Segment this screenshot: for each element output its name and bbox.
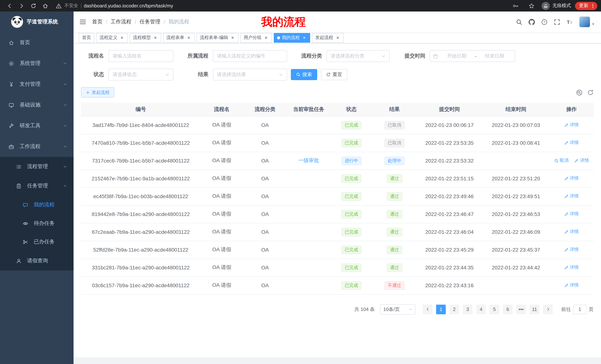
tab-process-form-edit[interactable]: 流程表单-编辑 — [197, 33, 239, 42]
sidebar-item-process-management[interactable]: 流程管理 — [0, 157, 74, 176]
detail-action-link[interactable]: 详情 — [564, 247, 579, 253]
tab-close-icon[interactable] — [302, 35, 307, 40]
search-icon[interactable] — [516, 19, 522, 25]
page-number-button[interactable]: ••• — [516, 305, 526, 314]
search-button[interactable]: 搜索 — [291, 69, 317, 80]
url-text[interactable]: dashboard.yudao.iocoder.cn/bpm/task/my — [84, 3, 173, 9]
tab-close-icon[interactable] — [186, 35, 191, 40]
process-name-input[interactable]: 请输入流程名 — [109, 50, 173, 62]
breadcrumb-item[interactable]: 工作流程 — [111, 19, 131, 25]
tab-close-icon[interactable] — [335, 35, 340, 40]
filter-form: 流程名 请输入流程名 所属流程 请输入流程定义的编号 流 — [81, 43, 594, 80]
tab-process-definition[interactable]: 流程定义 — [96, 33, 128, 42]
detail-action-link[interactable]: 详情 — [574, 157, 589, 164]
next-page-button[interactable] — [543, 305, 553, 314]
tab-initiate-process[interactable]: 发起流程 — [312, 33, 344, 42]
create-process-button[interactable]: 发起流程 — [81, 87, 114, 98]
breadcrumb-item[interactable]: 首页 — [92, 19, 102, 25]
process-category-select[interactable]: 请选择流程分类 — [327, 50, 390, 62]
detail-action-link[interactable]: 详情 — [564, 229, 579, 235]
tab-close-icon[interactable] — [263, 35, 269, 40]
browser-back-icon[interactable] — [7, 3, 13, 9]
sidebar-item-workflow[interactable]: 工作流程 — [0, 136, 74, 157]
page-number-button[interactable]: 11 — [530, 305, 539, 314]
detail-action-link[interactable]: 详情 — [564, 140, 579, 146]
sidebar-item-my-process[interactable]: 我的流程 — [0, 196, 74, 214]
user-menu[interactable] — [579, 16, 595, 28]
sidebar-item-task-management[interactable]: 任务管理 — [0, 176, 74, 196]
sidebar-item-payment[interactable]: 支付管理 — [0, 74, 74, 95]
submit-time-range-picker[interactable]: 开始日期 - 结束日期 — [430, 50, 515, 62]
tab-user-group[interactable]: 用户分组 — [240, 33, 272, 42]
tab-close-icon[interactable] — [119, 35, 124, 40]
font-size-icon[interactable]: TT — [566, 19, 573, 25]
browser-home-icon[interactable] — [42, 3, 48, 9]
end-date-placeholder[interactable]: 结束日期 — [477, 53, 512, 59]
breadcrumb-item[interactable]: 任务管理 — [140, 19, 160, 25]
cancel-action-link[interactable]: 取消 — [554, 157, 569, 164]
bookmark-star-icon[interactable] — [529, 3, 534, 9]
result-select[interactable]: 请选择流结果 — [213, 69, 287, 80]
refresh-icon[interactable] — [587, 89, 594, 96]
workflow-submenu: 流程管理 任务管理 我的流程 待办任务 — [0, 157, 74, 270]
browser-menu-icon[interactable] — [590, 3, 595, 8]
sidebar-item-leave-query[interactable]: 请假查询 — [0, 251, 74, 270]
password-key-icon[interactable] — [513, 3, 519, 9]
start-date-placeholder[interactable]: 开始日期 — [440, 53, 474, 59]
sidebar-item-home[interactable]: 首页 — [0, 32, 74, 53]
scissors-icon — [21, 239, 29, 245]
tab-process-model[interactable]: 流程模型 — [130, 33, 161, 42]
update-button[interactable]: 更新 — [575, 2, 597, 10]
search-toggle-icon[interactable] — [576, 89, 582, 96]
detail-action-link[interactable]: 详情 — [564, 282, 579, 288]
detail-action-link[interactable]: 详情 — [564, 264, 579, 271]
detail-action-link[interactable]: 详情 — [564, 211, 579, 217]
status-select[interactable]: 请选择状态 — [109, 69, 173, 80]
detail-action-link[interactable]: 详情 — [564, 175, 579, 182]
page-number-button[interactable]: 2 — [450, 305, 459, 314]
svg-text:?: ? — [543, 20, 545, 24]
incognito-badge[interactable]: 无痕模式 — [541, 2, 571, 10]
page-number-button[interactable]: 4 — [476, 305, 486, 314]
sidebar-item-devtools[interactable]: 研发工具 — [0, 115, 74, 136]
github-icon[interactable] — [529, 19, 535, 25]
hamburger-icon[interactable] — [80, 19, 86, 25]
owning-process-input[interactable]: 请输入流程定义的编号 — [213, 50, 287, 62]
tab-home[interactable]: 首页 — [79, 33, 94, 42]
page-unit-label: 页 — [589, 306, 594, 313]
row-id: 03c6c157-7b9a-11ec-a290-acde48001122 — [81, 277, 200, 294]
tab-my-process[interactable]: 我的流程 — [274, 33, 310, 42]
row-end-time: 2022-01-22 23:46:09 — [482, 223, 549, 241]
address-bar[interactable]: 不安全 dashboard.yudao.iocoder.cn/bpm/task/… — [56, 3, 510, 9]
help-icon[interactable]: ? — [541, 19, 548, 25]
row-result: 处理中 — [372, 152, 416, 170]
browser-reload-icon[interactable] — [30, 3, 36, 9]
sidebar-item-done-tasks[interactable]: 已办任务 — [0, 233, 74, 251]
fullscreen-icon[interactable] — [554, 19, 560, 25]
page-number-button[interactable]: 3 — [463, 305, 472, 314]
tab-close-icon[interactable] — [153, 35, 158, 40]
page-number-button[interactable]: 6 — [503, 305, 513, 314]
sidebar-item-label: 流程管理 — [27, 163, 48, 170]
detail-action-link[interactable]: 详情 — [564, 122, 579, 128]
goto-page-input[interactable] — [573, 305, 587, 314]
cancel-icon — [554, 158, 559, 163]
col-header-end-time: 结束时间 — [482, 103, 549, 116]
reset-button[interactable]: 重置 — [321, 69, 347, 80]
tab-process-form[interactable]: 流程表单 — [163, 33, 195, 42]
detail-action-link[interactable]: 详情 — [564, 193, 579, 200]
app-logo-row[interactable]: 芋道管理系统 — [0, 11, 74, 32]
browser-forward-icon[interactable] — [19, 3, 25, 9]
sidebar-item-todo-tasks[interactable]: 待办任务 — [0, 214, 74, 233]
current-task-link[interactable]: 一级审批 — [298, 157, 319, 163]
page-number-button[interactable]: 1 — [436, 305, 446, 314]
page-size-select[interactable]: 10条/页 — [380, 304, 416, 315]
security-warning-label[interactable]: 不安全 — [64, 3, 78, 9]
prev-page-button[interactable] — [423, 305, 432, 314]
sidebar-item-infrastructure[interactable]: 基础设施 — [0, 95, 74, 115]
tab-close-icon[interactable] — [230, 35, 235, 40]
page-number-button[interactable]: 5 — [490, 305, 499, 314]
chevron-down-icon — [63, 62, 67, 65]
sidebar-item-system[interactable]: 系统管理 — [0, 53, 74, 74]
avatar[interactable] — [579, 16, 590, 28]
